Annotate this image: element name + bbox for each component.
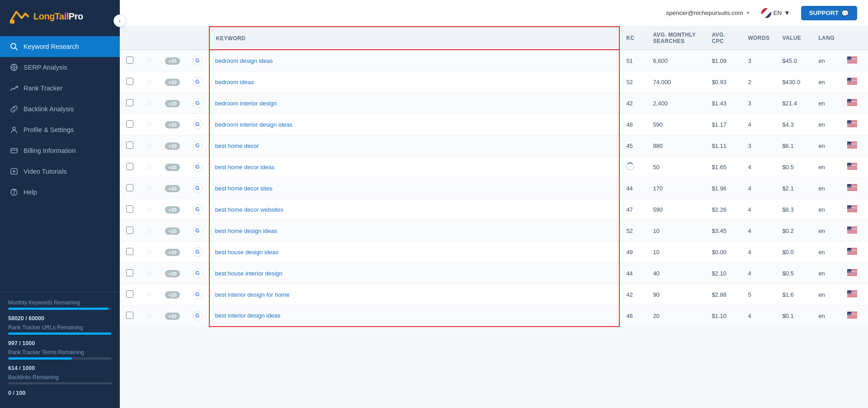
keyword-link[interactable]: bedroom interior design ideas [215,121,292,128]
row-lang-cell: en [812,220,841,242]
google-search-button[interactable]: G [193,119,203,129]
keyword-link[interactable]: best interior design for home [215,291,290,298]
google-search-button[interactable]: G [193,289,203,299]
google-search-button[interactable]: G [193,226,203,236]
row-star-button[interactable]: ☆ [146,185,152,192]
row-cpc-cell: $1.10 [705,305,741,327]
add-keyword-badge[interactable]: +20 [165,121,180,128]
row-flag-cell: ★★★★★★★★★★★★★★★★★★★★★★★★★★★★★★★★★★★★★★★★… [841,305,868,327]
add-keyword-badge[interactable]: +20 [165,206,180,213]
add-keyword-badge[interactable]: +20 [165,185,180,192]
row-star-button[interactable]: ☆ [146,163,152,171]
keyword-link[interactable]: best house interior design [215,270,283,277]
google-search-button[interactable]: G [193,162,203,172]
row-lang-cell: en [812,93,841,114]
row-value-cell: $0.5 [776,263,812,284]
row-checkbox[interactable] [126,312,133,319]
add-keyword-badge[interactable]: +20 [165,313,180,320]
add-keyword-badge[interactable]: +20 [165,270,180,277]
row-cpc-cell: $1.11 [705,135,741,157]
keyword-link[interactable]: bedroom ideas [215,79,254,85]
row-keyword-cell: bedroom interior design ideas [209,114,620,135]
row-cpc-cell: $2.26 [705,199,741,220]
row-star-button[interactable]: ☆ [146,248,152,256]
google-search-button[interactable]: G [193,311,203,321]
row-google-cell: G [186,71,209,93]
keyword-link[interactable]: best home decor ideas [215,164,275,171]
row-flag-cell: ★★★★★★★★★★★★★★★★★★★★★★★★★★★★★★★★★★★★★★★★… [841,135,868,157]
keyword-link[interactable]: best home decor sites [215,185,273,192]
row-star-button[interactable]: ☆ [146,227,152,234]
svg-rect-118 [847,295,857,295]
row-checkbox[interactable] [126,142,133,149]
google-search-button[interactable]: G [193,56,203,66]
sidebar-item-profile-settings[interactable]: Profile & Settings [0,119,120,140]
row-star-button[interactable]: ☆ [146,121,152,128]
add-keyword-badge[interactable]: +20 [165,100,180,107]
keyword-table-container: Keyword KC Avg. Monthly Searches Avg. CP… [120,26,868,327]
sidebar-item-billing-information[interactable]: Billing Information [0,140,120,161]
row-checkbox[interactable] [126,290,133,298]
google-search-button[interactable]: G [193,204,203,214]
row-checkbox[interactable] [126,78,133,85]
google-search-button[interactable]: G [193,247,203,257]
row-lang-cell: en [812,157,841,178]
keyword-link[interactable]: best interior design ideas [215,312,281,319]
row-checkbox[interactable] [126,184,133,191]
sidebar-item-keyword-research[interactable]: Keyword Research [0,36,120,57]
language-selector[interactable]: EN ▼ [758,8,794,18]
keyword-link[interactable]: best house design ideas [215,249,278,256]
row-checkbox[interactable] [126,99,133,106]
add-keyword-badge[interactable]: +20 [165,291,180,299]
google-search-button[interactable]: G [193,183,203,193]
keyword-link[interactable]: best home decor [215,142,259,149]
keyword-link[interactable]: best home design ideas [215,228,277,234]
svg-rect-83 [847,211,857,212]
user-menu[interactable]: spencer@nichepursuits.com ▼ [666,9,750,16]
row-flag-cell: ★★★★★★★★★★★★★★★★★★★★★★★★★★★★★★★★★★★★★★★★… [841,284,868,305]
keyword-link[interactable]: best home decor websites [215,206,283,213]
sidebar-item-video-tutorials[interactable]: Video Tutorials [0,161,120,182]
google-search-button[interactable]: G [193,268,203,278]
sidebar-item-help[interactable]: Help [0,182,120,203]
row-star-button[interactable]: ☆ [146,312,152,319]
rank-tracker-urls-stat: Rank Tracker URLs Remaining 997 / 1000 [8,324,112,346]
google-search-button[interactable]: G [193,141,203,151]
support-button[interactable]: SUPPORT 💬 [801,6,857,20]
add-keyword-badge[interactable]: +20 [165,57,180,65]
add-keyword-badge[interactable]: +20 [165,79,180,86]
keyword-link[interactable]: bedroom interior design [215,100,277,107]
table-row: ☆ +20 G best interior design ideas 46 20… [120,305,868,327]
google-search-button[interactable]: G [193,77,203,87]
row-star-button[interactable]: ☆ [146,100,152,107]
sidebar-item-rank-tracker[interactable]: Rank Tracker [0,78,120,99]
sidebar-item-backlink-analysis[interactable]: Backlink Analysis [0,99,120,119]
svg-text:★★★★★★★★★★★★★★★★★★★★★★★★★★★★★★: ★★★★★★★★★★★★★★★★★★★★★★★★★★★★★★★★★★★★★★★★… [848,207,858,209]
row-star-button[interactable]: ☆ [146,206,152,213]
row-add-cell: +20 [159,305,186,327]
row-words-cell: 4 [741,263,776,284]
row-star-button[interactable]: ☆ [146,57,152,64]
add-keyword-badge[interactable]: +20 [165,249,180,256]
keyword-link[interactable]: bedroom design ideas [215,57,273,64]
row-checkbox[interactable] [126,57,133,64]
table-row: ☆ +20 G bedroom interior design 42 2,400… [120,93,868,114]
row-star-button[interactable]: ☆ [146,78,152,85]
google-search-button[interactable]: G [193,98,203,108]
row-checkbox[interactable] [126,269,133,276]
row-checkbox[interactable] [126,120,133,128]
row-star-button[interactable]: ☆ [146,142,152,149]
sidebar-collapse-button[interactable]: ‹ [113,14,126,27]
sidebar-item-serp-analysis[interactable]: SERP Analysis [0,57,120,78]
row-checkbox[interactable] [126,163,133,170]
add-keyword-badge[interactable]: +20 [165,142,180,150]
svg-rect-81 [847,209,857,209]
add-keyword-badge[interactable]: +20 [165,164,180,171]
row-checkbox[interactable] [126,248,133,255]
row-star-button[interactable]: ☆ [146,270,152,277]
row-star-button[interactable]: ☆ [146,291,152,298]
row-checkbox[interactable] [126,227,133,234]
svg-text:★★★★★★★★★★★★★★★★★★★★★★★★★★★★★★: ★★★★★★★★★★★★★★★★★★★★★★★★★★★★★★★★★★★★★★★★… [848,79,858,81]
row-checkbox[interactable] [126,205,133,213]
add-keyword-badge[interactable]: +20 [165,228,180,235]
